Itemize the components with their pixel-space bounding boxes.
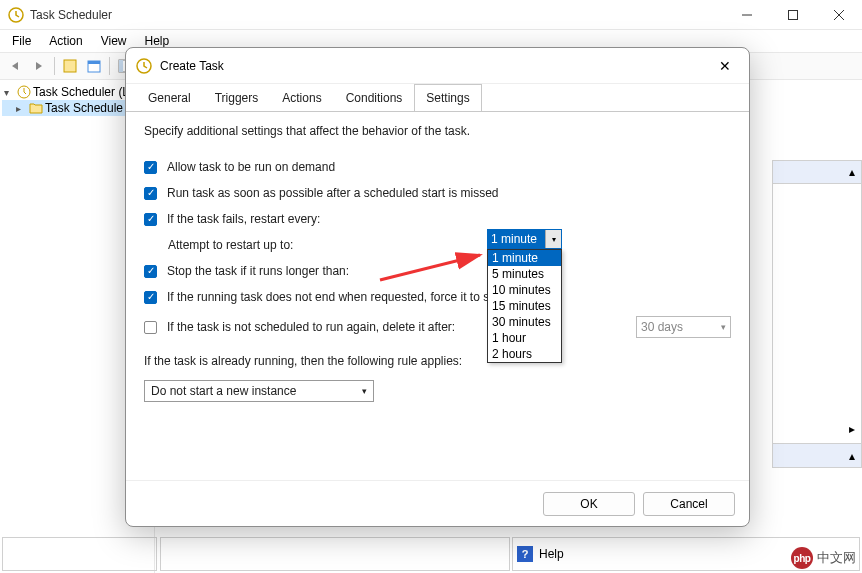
actions-header-2[interactable]: ▴ — [772, 444, 862, 468]
chevron-down-icon: ▾ — [545, 230, 561, 248]
tab-row: General Triggers Actions Conditions Sett… — [126, 84, 749, 112]
status-left — [160, 537, 510, 571]
cancel-button[interactable]: Cancel — [643, 492, 735, 516]
svg-rect-2 — [789, 10, 798, 19]
dialog-title: Create Task — [160, 59, 711, 73]
row-restart-every: If the task fails, restart every: — [144, 212, 731, 226]
expand-icon[interactable]: ▸ — [16, 103, 27, 114]
new-task-icon[interactable] — [59, 55, 81, 77]
dialog-close-button[interactable]: ✕ — [711, 52, 739, 80]
restart-interval-dropdown: 1 minute ▾ 1 minute 5 minutes 10 minutes… — [487, 229, 562, 363]
tree-library-label: Task Schedule — [45, 101, 123, 115]
label-stop-longer: Stop the task if it runs longer than: — [167, 264, 349, 278]
dropdown-head[interactable]: 1 minute ▾ — [487, 229, 562, 249]
dropdown-option[interactable]: 30 minutes — [488, 314, 561, 330]
menu-file[interactable]: File — [4, 32, 39, 50]
titlebar: Task Scheduler — [0, 0, 862, 30]
label-running-rule: If the task is already running, then the… — [144, 354, 462, 368]
tree-footer — [2, 537, 157, 571]
label-force-stop: If the running task does not end when re… — [167, 290, 493, 304]
row-allow-on-demand: Allow task to be run on demand — [144, 160, 731, 174]
row-delete-after: If the task is not scheduled to run agai… — [144, 316, 731, 338]
forward-button[interactable] — [28, 55, 50, 77]
tab-general[interactable]: General — [136, 84, 203, 112]
status-bar: ? Help — [160, 537, 860, 571]
menu-action[interactable]: Action — [41, 32, 90, 50]
chevron-down-icon: ▾ — [721, 322, 726, 332]
row-rule-label: If the task is already running, then the… — [144, 354, 731, 368]
help-badge-icon: ? — [517, 546, 533, 562]
dialog-footer: OK Cancel — [126, 480, 749, 526]
expand-icon[interactable]: ▾ — [4, 87, 15, 98]
dropdown-option[interactable]: 15 minutes — [488, 298, 561, 314]
row-attempt-restart: Attempt to restart up to: — [168, 238, 731, 252]
tree-root-label: Task Scheduler (L — [33, 85, 129, 99]
tab-actions[interactable]: Actions — [270, 84, 333, 112]
chevron-down-icon: ▾ — [362, 386, 367, 396]
window-controls — [724, 0, 862, 30]
clock-icon — [17, 85, 31, 99]
status-help-label: Help — [539, 547, 564, 561]
svg-rect-5 — [64, 60, 76, 72]
combo-delete-after[interactable]: 30 days ▾ — [636, 316, 731, 338]
svg-rect-9 — [119, 60, 123, 72]
actions-header[interactable]: ▴ — [772, 160, 862, 184]
clock-icon — [136, 58, 152, 74]
row-stop-longer: Stop the task if it runs longer than: — [144, 264, 731, 278]
actions-panel: ▴ ▸ ▴ — [772, 160, 862, 468]
dialog-body: Specify additional settings that affect … — [126, 112, 749, 480]
dropdown-list: 1 minute 5 minutes 10 minutes 15 minutes… — [487, 249, 562, 363]
tab-settings[interactable]: Settings — [414, 84, 481, 112]
actions-body — [772, 184, 862, 414]
close-button[interactable] — [816, 0, 862, 30]
dropdown-option[interactable]: 1 minute — [488, 250, 561, 266]
folder-icon — [29, 101, 43, 115]
label-run-asap: Run task as soon as possible after a sch… — [167, 186, 499, 200]
svg-rect-7 — [88, 61, 100, 64]
calendar-icon[interactable] — [83, 55, 105, 77]
watermark-logo: php — [791, 547, 813, 569]
checkbox-allow-on-demand[interactable] — [144, 161, 157, 174]
dialog-titlebar: Create Task ✕ — [126, 48, 749, 84]
create-task-dialog: Create Task ✕ General Triggers Actions C… — [125, 47, 750, 527]
collapse-up-icon: ▴ — [849, 449, 855, 463]
app-icon — [8, 7, 24, 23]
dropdown-option[interactable]: 10 minutes — [488, 282, 561, 298]
toolbar-separator — [109, 57, 110, 75]
tab-conditions[interactable]: Conditions — [334, 84, 415, 112]
checkbox-force-stop[interactable] — [144, 291, 157, 304]
combo-running-rule-value: Do not start a new instance — [151, 384, 296, 398]
combo-running-rule[interactable]: Do not start a new instance ▾ — [144, 380, 374, 402]
checkbox-run-asap[interactable] — [144, 187, 157, 200]
dropdown-selected: 1 minute — [488, 230, 545, 248]
actions-scroll[interactable]: ▸ — [772, 414, 862, 444]
row-rule-combo: Do not start a new instance ▾ — [144, 380, 731, 402]
row-run-asap: Run task as soon as possible after a sch… — [144, 186, 731, 200]
window-title: Task Scheduler — [30, 8, 724, 22]
back-button[interactable] — [4, 55, 26, 77]
maximize-button[interactable] — [770, 0, 816, 30]
checkbox-delete-after[interactable] — [144, 321, 157, 334]
dropdown-option[interactable]: 1 hour — [488, 330, 561, 346]
dropdown-option[interactable]: 2 hours — [488, 346, 561, 362]
label-attempt-restart: Attempt to restart up to: — [168, 238, 293, 252]
label-allow-on-demand: Allow task to be run on demand — [167, 160, 335, 174]
watermark-text: 中文网 — [817, 549, 856, 567]
combo-delete-after-value: 30 days — [641, 320, 683, 334]
collapse-up-icon: ▴ — [849, 165, 855, 179]
checkbox-stop-longer[interactable] — [144, 265, 157, 278]
settings-description: Specify additional settings that affect … — [144, 124, 731, 138]
tab-triggers[interactable]: Triggers — [203, 84, 271, 112]
label-restart-every: If the task fails, restart every: — [167, 212, 320, 226]
toolbar-separator — [54, 57, 55, 75]
ok-button[interactable]: OK — [543, 492, 635, 516]
minimize-button[interactable] — [724, 0, 770, 30]
chevron-right-icon: ▸ — [849, 422, 855, 436]
dropdown-option[interactable]: 5 minutes — [488, 266, 561, 282]
watermark: php 中文网 — [791, 547, 856, 569]
row-force-stop: If the running task does not end when re… — [144, 290, 731, 304]
checkbox-restart-every[interactable] — [144, 213, 157, 226]
